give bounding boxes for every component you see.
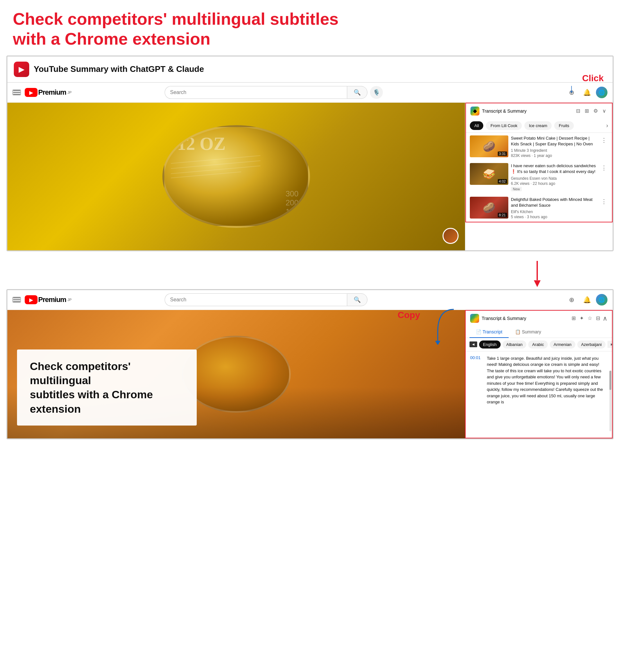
ext-app-title: YouTube Summary with ChatGPT & Claude bbox=[34, 64, 204, 74]
transcript-ext-logo: ◆ bbox=[470, 314, 479, 323]
channel-avatar bbox=[443, 228, 459, 244]
yt-logo-jp-2: JP bbox=[67, 298, 71, 302]
arrow-head: ▼ bbox=[531, 280, 543, 286]
click-label: Click bbox=[582, 73, 604, 84]
hamburger-menu-2[interactable] bbox=[12, 297, 21, 303]
video-more-btn-3[interactable]: ⋮ bbox=[600, 197, 608, 206]
ext-icon-3[interactable]: ⚙ bbox=[592, 107, 599, 115]
transcript-entry-1: 00:01 Take 1 large orange. Beautiful and… bbox=[470, 355, 608, 405]
yt-logo-icon-2 bbox=[25, 295, 38, 304]
video-info-2: I have never eaten such delicious sandwi… bbox=[511, 163, 597, 191]
tab-transcript[interactable]: 📄 Transcript bbox=[469, 326, 509, 338]
ext-panel-title: Transcript & Summary bbox=[482, 108, 572, 114]
transcript-time: 00:01 bbox=[470, 355, 483, 360]
video-item-2[interactable]: 🥪 4:02 I have never eaten such delicious… bbox=[466, 160, 612, 194]
filter-tag-fruits[interactable]: Fruits bbox=[554, 121, 574, 130]
transcript-panel-icons: ⊞ ✦ ☆ ⊟ ∧ bbox=[570, 314, 608, 322]
yt-header-2: Premium JP 🔍 ⊕ 🔔 🌐 bbox=[7, 290, 613, 310]
video-duration-2: 4:02 bbox=[498, 179, 507, 184]
yt-logo-2: Premium JP bbox=[25, 295, 71, 304]
click-area: ⊕ ↓ Click bbox=[565, 86, 578, 99]
food-emoji-3: 🥔 bbox=[483, 202, 496, 214]
bowl-label: 12 OZ bbox=[177, 134, 225, 154]
transcript-icon-grid[interactable]: ⊞ bbox=[570, 314, 577, 322]
transcript-icon-copy[interactable]: ⊟ bbox=[595, 314, 602, 322]
transcript-tab-icon: 📄 bbox=[476, 329, 481, 334]
video-item-3[interactable]: 🥔 8:21 Delightful Baked Potatoes with Mi… bbox=[466, 194, 612, 222]
page-heading: Check competitors' multilingual subtitle… bbox=[0, 0, 620, 55]
header-right-1: ⊕ ↓ Click 🔔 🌐 bbox=[565, 86, 608, 99]
overlay-text: Check competitors' multilingual subtitle… bbox=[30, 359, 184, 416]
text-overlay-box: Check competitors' multilingual subtitle… bbox=[17, 350, 197, 425]
notification-button-1[interactable]: 🔔 bbox=[580, 86, 593, 99]
avatar-2[interactable]: 🌐 bbox=[596, 294, 608, 306]
video-info-3: Delightful Baked Potatoes with Minced Me… bbox=[511, 197, 597, 219]
bowl-numbers: 300200100 bbox=[286, 189, 299, 216]
transcript-icon-star[interactable]: ☆ bbox=[586, 314, 593, 322]
lang-albanian[interactable]: Albanian bbox=[503, 341, 527, 349]
search-container-2: 🔍 bbox=[165, 293, 383, 306]
lang-scroll-right-btn[interactable]: ► bbox=[608, 341, 612, 348]
video-more-btn-1[interactable]: ⋮ bbox=[600, 136, 608, 145]
avatar-1[interactable]: 🌐 bbox=[596, 87, 608, 98]
video-list-1: 🥔 3:31 Sweet Potato Mini Cake | Dessert … bbox=[466, 133, 612, 222]
bowl-lines bbox=[171, 159, 261, 175]
search-button-2[interactable]: 🔍 bbox=[347, 293, 367, 306]
yt-logo-icon bbox=[25, 88, 38, 97]
create-button-2[interactable]: ⊕ bbox=[565, 293, 578, 306]
video-thumbnail-2: Check competitors' multilingual subtitle… bbox=[7, 310, 465, 438]
search-container-1: 🔍 🎙️ bbox=[165, 86, 383, 99]
filter-tag-all[interactable]: All bbox=[470, 121, 483, 130]
lang-english[interactable]: English bbox=[479, 341, 501, 349]
video-more-btn-2[interactable]: ⋮ bbox=[600, 163, 608, 173]
video-info-1: Sweet Potato Mini Cake | Dessert Recipe … bbox=[511, 136, 597, 158]
lang-armenian[interactable]: Armenian bbox=[550, 341, 575, 349]
filter-next-btn[interactable]: › bbox=[606, 122, 608, 129]
ext-icon-chevron[interactable]: ∨ bbox=[601, 107, 608, 115]
language-bar: ◄ English Albanian Arabic Armenian Azerb… bbox=[466, 338, 612, 351]
click-arrow: ↓ bbox=[569, 83, 574, 94]
video-area-2: Check competitors' multilingual subtitle… bbox=[7, 310, 465, 438]
video-thumb-3: 🥔 8:21 bbox=[470, 197, 508, 218]
lang-scroll-left-btn[interactable]: ◄ bbox=[469, 342, 477, 347]
transcript-icon-chat[interactable]: ✦ bbox=[578, 314, 585, 322]
video-title-3: Delightful Baked Potatoes with Minced Me… bbox=[511, 197, 597, 208]
down-arrow-annotation: ▼ bbox=[531, 261, 543, 286]
screenshot-section-2: Premium JP 🔍 ⊕ 🔔 🌐 Copy bbox=[6, 289, 614, 440]
copy-arrow bbox=[428, 306, 460, 346]
video-title-2: I have never eaten such delicious sandwi… bbox=[511, 163, 597, 174]
scrollbar-thumb[interactable] bbox=[609, 371, 611, 390]
transcript-panel: ◆ Transcript & Summary ⊞ ✦ ☆ ⊟ ∧ 📄 Trans… bbox=[465, 310, 613, 438]
video-item-1[interactable]: 🥔 3:31 Sweet Potato Mini Cake | Dessert … bbox=[466, 133, 612, 160]
bowl-visual: 12 OZ 300200100 bbox=[162, 125, 310, 228]
lang-azerbaijani[interactable]: Azerbaijani bbox=[577, 341, 606, 349]
video-meta-1: 823K views · 1 year ago bbox=[511, 153, 597, 158]
mic-button-1[interactable]: 🎙️ bbox=[370, 86, 383, 99]
search-input-2[interactable] bbox=[165, 293, 347, 306]
video-duration-1: 3:31 bbox=[498, 151, 507, 156]
filter-bar-1: All From Lili Cook Ice cream Fruits › bbox=[466, 119, 612, 133]
video-badge-new: New bbox=[511, 187, 522, 191]
tab-summary[interactable]: 📋 Summary bbox=[509, 326, 548, 338]
video-channel-2: Gesundes Essen von Nata bbox=[511, 176, 597, 181]
transcript-close-btn[interactable]: ∧ bbox=[603, 314, 608, 322]
video-thumb-1: 🥔 3:31 bbox=[470, 136, 508, 157]
video-meta-3: 5 views · 3 hours ago bbox=[511, 215, 597, 219]
filter-tag-lili[interactable]: From Lili Cook bbox=[486, 121, 522, 130]
food-emoji-1: 🥔 bbox=[483, 140, 496, 152]
video-thumbnail-1: 12 OZ 300200100 bbox=[7, 103, 465, 250]
search-input-1[interactable] bbox=[165, 86, 347, 99]
video-channel-1: 1 Minute 3 Ingredient bbox=[511, 148, 597, 153]
header-right-2: ⊕ 🔔 🌐 bbox=[565, 293, 608, 306]
transcript-text: Take 1 large orange. Beautiful and juicy… bbox=[487, 355, 608, 405]
lang-arabic[interactable]: Arabic bbox=[528, 341, 548, 349]
ext-icon-2[interactable]: ⊞ bbox=[583, 107, 590, 115]
search-button-1[interactable]: 🔍 bbox=[347, 86, 367, 99]
scrollbar-track[interactable] bbox=[609, 371, 611, 431]
ext-icon-1[interactable]: ⊟ bbox=[575, 107, 581, 115]
notification-button-2[interactable]: 🔔 bbox=[580, 293, 593, 306]
yt-logo-text: Premium bbox=[38, 88, 66, 97]
hamburger-menu[interactable] bbox=[12, 90, 21, 95]
filter-tag-icecream[interactable]: Ice cream bbox=[524, 121, 552, 130]
transcript-tabs: 📄 Transcript 📋 Summary bbox=[466, 326, 612, 338]
